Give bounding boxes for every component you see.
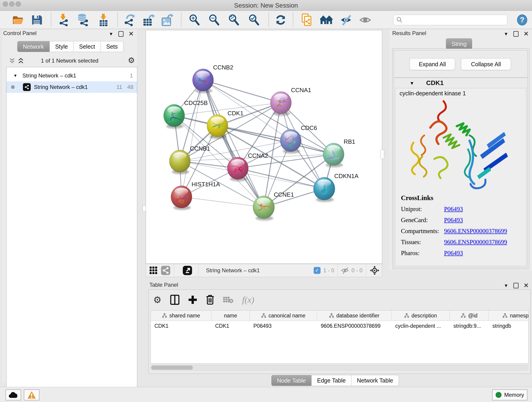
network-row[interactable]: String Network – cdk1 11 48 (6, 81, 137, 93)
panel-float-icon[interactable] (513, 31, 519, 37)
network-edge[interactable] (181, 197, 264, 207)
column-header-canonical-name[interactable]: canonical name (250, 311, 317, 321)
search-field[interactable] (393, 15, 507, 25)
tab-select[interactable]: Select (74, 41, 101, 52)
tab-style[interactable]: Style (50, 41, 74, 52)
crosslink-link[interactable]: 9606.ENSP00000378699 (444, 228, 507, 235)
table-cell[interactable]: P06493 (250, 321, 317, 331)
save-session-button[interactable] (31, 14, 43, 26)
zoom-fit-button[interactable] (228, 14, 240, 26)
apply-layout-button[interactable] (274, 14, 287, 26)
column-header-description[interactable]: description (392, 311, 450, 321)
tab-string[interactable]: String (446, 38, 472, 49)
table-cell[interactable]: stringdb (489, 321, 529, 331)
network-edge[interactable] (203, 80, 281, 103)
tab-network[interactable]: Network (17, 41, 50, 52)
table-horizontal-scrollbar[interactable] (151, 365, 529, 370)
table-cell[interactable]: 9606.ENSP00000378699 (317, 321, 392, 331)
birdseye-crosshair-icon[interactable] (370, 265, 380, 275)
panel-menu-icon[interactable]: ▼ (504, 283, 508, 288)
tab-node-table[interactable]: Node Table (271, 375, 312, 386)
network-node-CCNB1[interactable] (169, 150, 190, 174)
selected-checkbox-icon[interactable]: ✓ (314, 267, 321, 274)
column-header-name[interactable]: name (211, 311, 250, 321)
zoom-selected-button[interactable] (248, 14, 260, 26)
detach-view-icon[interactable] (182, 265, 192, 275)
panel-menu-icon[interactable]: ▼ (109, 32, 114, 36)
network-collection-row[interactable]: ▼ String Network – cdk1 1 (6, 70, 137, 81)
export-network-button[interactable] (124, 14, 136, 26)
node-gloss (231, 159, 245, 166)
network-node-CCNA2[interactable] (227, 157, 248, 181)
network-node-HIST1H1A[interactable] (171, 186, 192, 210)
network-node-CDC25B[interactable] (164, 104, 185, 128)
network-edge[interactable] (203, 80, 264, 207)
memory-button[interactable]: Memory (492, 389, 527, 400)
zoom-out-button[interactable] (208, 14, 220, 26)
crosslink-link[interactable]: P06493 (444, 249, 463, 257)
table-cell[interactable]: stringdb:9... (450, 321, 489, 331)
splitter-handle[interactable] (143, 205, 146, 212)
export-table-button[interactable] (143, 14, 155, 26)
panel-float-icon[interactable] (513, 283, 519, 288)
show-all-button[interactable] (320, 14, 333, 26)
open-session-button[interactable] (12, 14, 25, 26)
clone-network-button[interactable] (301, 14, 313, 26)
network-view-share-icon[interactable] (161, 266, 170, 275)
help-button[interactable]: ? (516, 14, 528, 26)
crosslink-link[interactable]: P06493 (444, 206, 463, 213)
table-cell[interactable]: CDK1 (211, 321, 250, 331)
expand-all-button[interactable]: Expand All (410, 58, 455, 70)
network-node-CDKN1A[interactable] (313, 177, 335, 202)
warnings-button[interactable] (24, 389, 39, 400)
hide-selected-button[interactable] (340, 14, 352, 26)
delete-column-trash-icon[interactable] (206, 295, 214, 305)
panel-close-icon[interactable]: ✕ (128, 31, 134, 37)
tab-network-table[interactable]: Network Table (351, 375, 399, 386)
network-node-CDK1[interactable] (207, 115, 228, 139)
scrollbar-thumb[interactable] (151, 366, 193, 370)
add-column-plus-icon[interactable] (188, 295, 197, 304)
collection-expander-icon[interactable]: ▼ (13, 73, 17, 78)
column-type-icon (461, 313, 466, 318)
crosslink-link[interactable]: 9606.ENSP00000378699 (444, 239, 507, 246)
refresh-icon (275, 14, 287, 26)
panel-float-icon[interactable] (119, 31, 123, 37)
network-node-CCNA1[interactable] (270, 91, 291, 116)
network-edge[interactable] (181, 80, 203, 197)
column-header-database-identifier[interactable]: database identifier (317, 311, 392, 321)
show-columns-icon[interactable] (170, 295, 179, 305)
panel-close-icon[interactable]: ✕ (524, 31, 529, 37)
node-table[interactable]: shared namenamecanonical namedatabase id… (151, 310, 529, 364)
node-gloss (167, 106, 181, 114)
panel-menu-icon[interactable]: ▼ (504, 32, 508, 36)
tab-edge-table[interactable]: Edge Table (312, 375, 351, 386)
network-node-RB1[interactable] (323, 143, 344, 167)
import-network-file-button[interactable] (57, 14, 70, 26)
crosslink-link[interactable]: P06493 (444, 217, 463, 224)
search-input[interactable] (403, 17, 507, 23)
collapse-all-button[interactable]: Collapse All (461, 58, 511, 70)
export-image-button[interactable] (161, 14, 173, 26)
column-header-namespac[interactable]: namespac (489, 311, 529, 321)
splitter-handle[interactable] (380, 149, 384, 159)
network-options-gear-icon[interactable]: ⚙ (128, 56, 135, 65)
gene-expander-icon[interactable]: ▼ (410, 81, 414, 86)
import-network-database-button[interactable] (77, 14, 89, 26)
network-node-CDC6[interactable] (280, 129, 301, 153)
column-header-shared-name[interactable]: shared name (151, 311, 211, 321)
table-cell[interactable]: CDK1 (151, 321, 211, 331)
table-row[interactable]: CDK1CDK1P064939606.ENSP00000378699cyclin… (151, 321, 528, 331)
column-header-@id[interactable]: @id (450, 311, 489, 321)
grid-view-icon[interactable] (149, 266, 158, 275)
panel-close-icon[interactable]: ✕ (524, 282, 529, 289)
table-settings-gear-icon[interactable]: ⚙ (153, 294, 162, 305)
import-table-file-button[interactable] (97, 14, 109, 26)
network-canvas[interactable]: CCNB2CCNA1CDC25BCDK1CDC6RB1CCNB1CCNA2CDK… (146, 30, 382, 264)
tab-sets[interactable]: Sets (101, 41, 123, 52)
cloud-button[interactable] (6, 389, 21, 400)
zoom-in-button[interactable] (188, 14, 201, 26)
show-hidden-button[interactable] (359, 14, 372, 26)
network-node-CCNE1[interactable] (253, 196, 274, 220)
table-cell[interactable]: cyclin-dependent ... (392, 321, 450, 331)
